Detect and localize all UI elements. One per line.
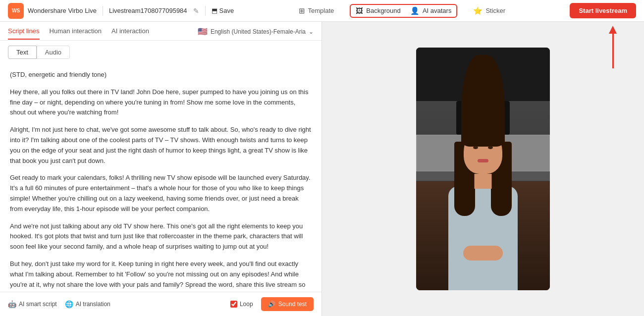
right-panel xyxy=(322,22,644,316)
brand-name: Wondershare Virbo Live xyxy=(28,7,97,14)
save-button[interactable]: ⬒ Save xyxy=(212,7,234,14)
format-tabs: Text Audio xyxy=(0,41,322,64)
app-logo: WS xyxy=(8,3,24,19)
eye-left xyxy=(473,146,478,149)
ai-avatar-icon: 👤 xyxy=(410,6,420,15)
header: WS Wondershare Virbo Live Livestream1708… xyxy=(0,0,644,22)
tab-template[interactable]: ⊞ Template xyxy=(295,4,338,17)
tab-human-interaction[interactable]: Human interaction xyxy=(50,27,102,40)
arrow-line xyxy=(612,34,614,68)
script-paragraph-3: Get ready to mark your calendars, folks!… xyxy=(10,173,312,214)
person-neck xyxy=(475,174,492,189)
sticker-icon: ⭐ xyxy=(473,6,483,15)
ai-smart-script-button[interactable]: 🤖 AI smart script xyxy=(8,300,57,308)
format-tab-text[interactable]: Text xyxy=(8,46,37,59)
template-icon: ⊞ xyxy=(299,6,305,15)
tab-script-lines[interactable]: Script lines xyxy=(8,27,40,40)
script-paragraph-1: Hey there, all you folks out there in TV… xyxy=(10,87,312,118)
sound-icon: 🔊 xyxy=(268,301,275,308)
save-label: Save xyxy=(219,7,234,14)
avatar-figure xyxy=(416,48,550,290)
loop-label: Loop xyxy=(240,301,253,308)
edit-icon[interactable]: ✎ xyxy=(193,7,199,15)
arrow-head xyxy=(609,26,617,34)
tab-sticker[interactable]: ⭐ Sticker xyxy=(469,4,509,17)
translate-icon: 🌐 xyxy=(65,300,73,308)
avatar-preview xyxy=(416,48,550,290)
lips xyxy=(478,159,488,162)
tab-ai-interaction[interactable]: AI interaction xyxy=(111,27,149,40)
tab-template-label: Template xyxy=(308,7,334,14)
header-divider-2 xyxy=(205,6,206,16)
header-divider-1 xyxy=(103,6,103,16)
save-icon: ⬒ xyxy=(212,7,217,14)
tab-sticker-label: Sticker xyxy=(485,7,505,14)
tab-ai-avatars-label: AI avatars xyxy=(423,7,452,14)
person-hands xyxy=(463,246,503,261)
language-selector[interactable]: 🇺🇸 English (United States)-Female-Aria ⌄ xyxy=(198,27,314,40)
stream-title: Livestream1708077095984 xyxy=(109,7,187,14)
script-paragraph-0: (STD, energetic and friendly tone) xyxy=(10,70,312,80)
ai-smart-script-label: AI smart script xyxy=(19,301,57,308)
script-paragraph-4: And we're not just talking about any old… xyxy=(10,221,312,252)
logo-area: WS Wondershare Virbo Live xyxy=(8,3,97,19)
header-tabs: ⊞ Template 🖼 Background 👤 AI avatars ⭐ S… xyxy=(240,4,564,18)
sound-test-button[interactable]: 🔊 Sound test xyxy=(261,297,314,311)
language-label: English (United States)-Female-Aria xyxy=(211,28,306,35)
hair-top xyxy=(461,112,505,147)
script-tabs-row: Script lines Human interaction AI intera… xyxy=(0,22,322,41)
chevron-down-icon: ⌄ xyxy=(309,28,314,35)
main-content: Script lines Human interaction AI intera… xyxy=(0,22,644,316)
robot-icon: 🤖 xyxy=(8,300,16,308)
language-flag: 🇺🇸 xyxy=(198,27,208,36)
script-paragraph-5: But hey, don't just take my word for it.… xyxy=(10,259,312,292)
script-paragraph-2: Alright, I'm not just here to chat, we'v… xyxy=(10,125,312,166)
tab-background-ai[interactable]: 🖼 Background 👤 AI avatars xyxy=(350,4,457,18)
tab-background-label: Background xyxy=(366,7,400,14)
start-livestream-button[interactable]: Start livestream xyxy=(570,3,636,18)
eye-right xyxy=(488,146,493,149)
loop-checkbox-label[interactable]: Loop xyxy=(230,301,253,308)
script-content-area: (STD, energetic and friendly tone) Hey t… xyxy=(0,64,322,292)
format-tab-audio[interactable]: Audio xyxy=(37,46,70,59)
loop-checkbox[interactable] xyxy=(230,301,237,308)
red-arrow xyxy=(609,26,617,68)
bottom-toolbar: 🤖 AI smart script 🌐 AI translation Loop … xyxy=(0,292,322,316)
sound-test-label: Sound test xyxy=(278,301,307,308)
left-panel: Script lines Human interaction AI intera… xyxy=(0,22,322,316)
background-icon: 🖼 xyxy=(356,6,363,15)
ai-translation-button[interactable]: 🌐 AI translation xyxy=(65,300,110,308)
ai-translation-label: AI translation xyxy=(76,301,110,308)
